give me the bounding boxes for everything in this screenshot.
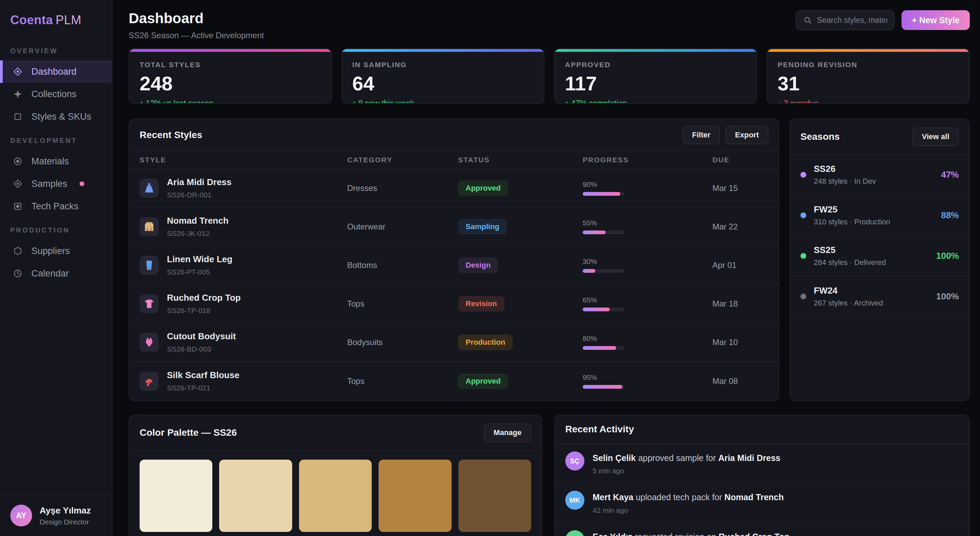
table-row[interactable]: Nomad TrenchSS26-JK-012OuterwearSampling… (129, 208, 779, 246)
style-name: Linen Wide Leg (167, 254, 232, 265)
swatch-color-block (458, 460, 531, 532)
table-row[interactable]: Linen Wide LegSS26-PT-005BottomsDesign30… (129, 246, 779, 285)
brand-secondary: PLM (56, 13, 81, 27)
sidebar-item-collections[interactable]: Collections (0, 83, 112, 105)
recent-styles-header: Recent Styles Filter Export (129, 119, 779, 151)
stat-value: 248 (140, 74, 321, 94)
season-completion: 100% (936, 291, 959, 302)
status-cell: Approved (458, 373, 583, 389)
stat-card: PENDING REVISION31↓ 3 overdue (767, 48, 970, 104)
progress-cell: 30% (583, 257, 713, 273)
manage-button[interactable]: Manage (484, 423, 531, 442)
table-row[interactable]: Cutout BodysuitSS26-BD-003BodysuitsProdu… (129, 323, 779, 362)
activity-text: Selin Çelik approved sample for Aria Mid… (593, 453, 780, 463)
sidebar-item-label: Styles & SKUs (32, 111, 91, 122)
materials-icon (13, 157, 22, 166)
season-list-item[interactable]: FW25310 styles · Production88% (790, 195, 969, 236)
progress-track (583, 230, 624, 234)
color-swatch[interactable]: Camel (299, 460, 372, 536)
sidebar-item-materials[interactable]: Materials (0, 150, 112, 173)
season-info: FW24267 styles · Archived (814, 285, 929, 308)
style-thumbnail (140, 372, 159, 391)
season-meta: 267 styles · Archived (814, 299, 929, 308)
swatch-color-block (379, 460, 451, 532)
sidebar-item-suppliers[interactable]: Suppliers (0, 240, 112, 262)
search-input[interactable] (817, 16, 887, 25)
seasons-panel: Seasons View all SS26248 styles · In Dev… (789, 119, 970, 401)
tech-packs-icon (13, 201, 22, 211)
activity-header: Recent Activity (555, 415, 969, 444)
style-code: SS26-BD-003 (167, 345, 236, 353)
stat-card-body: TOTAL STYLES248↑ 12% vs last season (129, 52, 331, 104)
search-box[interactable] (795, 10, 895, 30)
stat-card-body: IN SAMPLING64↑ 8 new this week (342, 52, 544, 104)
category-cell: Outerwear (347, 222, 458, 232)
progress-fill (583, 385, 622, 389)
sidebar-item-label: Collections (32, 89, 76, 100)
user-profile[interactable]: AY Ayşe Yılmaz Design Director (0, 495, 112, 536)
stat-label: IN SAMPLING (352, 61, 533, 69)
table-header-row: STYLECATEGORYSTATUSPROGRESSDUE (129, 151, 779, 169)
sidebar-item-dashboard[interactable]: Dashboard (0, 60, 112, 83)
color-swatch[interactable]: Sand (219, 460, 292, 536)
sidebar-item-styles-skus[interactable]: Styles & SKUs (0, 105, 112, 128)
color-swatch[interactable]: Espresso (458, 460, 531, 536)
category-cell: Tops (347, 299, 458, 309)
table-row[interactable]: Aria Midi DressSS26-DR-001DressesApprove… (129, 169, 779, 208)
due-cell: Mar 15 (713, 184, 768, 193)
status-badge: Approved (458, 373, 508, 389)
stat-card-accent-bar (555, 49, 756, 52)
activity-avatar: SÇ (565, 452, 584, 471)
season-list-item[interactable]: SS26248 styles · In Dev47% (790, 155, 969, 195)
activity-item: SÇSelin Çelik approved sample for Aria M… (555, 444, 969, 483)
season-list-item[interactable]: SS25284 styles · Delivered100% (790, 236, 969, 276)
category-cell: Tops (347, 376, 458, 386)
sidebar-item-calendar[interactable]: Calendar (0, 262, 112, 285)
season-info: FW25310 styles · Production (814, 204, 934, 227)
color-swatch[interactable]: Tobacco (379, 460, 451, 536)
season-name: SS26 (814, 164, 934, 174)
sidebar-item-label: Suppliers (32, 246, 70, 257)
season-list-item[interactable]: FW24267 styles · Archived100% (790, 276, 969, 317)
page-heading: Dashboard SS26 Season — Active Developme… (129, 10, 264, 40)
swatch-row: IvorySandCamelTobaccoEspresso (129, 451, 541, 536)
seasons-header: Seasons View all (790, 119, 969, 155)
swatch-color-block (299, 460, 372, 532)
sidebar: CoentaPLM OVERVIEWDashboardCollectionsSt… (0, 0, 113, 536)
notification-dot (80, 181, 84, 186)
activity-list: SÇSelin Çelik approved sample for Aria M… (555, 444, 969, 536)
activity-avatar: EY (565, 530, 584, 536)
season-status-dot (800, 172, 806, 178)
nav-section: PRODUCTIONSuppliersCalendar (0, 227, 112, 285)
collections-icon (13, 89, 22, 99)
scarf-icon (143, 375, 155, 387)
style-info: Nomad TrenchSS26-JK-012 (167, 216, 229, 238)
new-style-button[interactable]: + New Style (902, 10, 970, 30)
color-swatch[interactable]: Ivory (140, 460, 212, 536)
progress-percent: 65% (583, 296, 713, 304)
activity-item: MKMert Kaya uploaded tech pack for Nomad… (555, 483, 969, 522)
season-meta: 310 styles · Production (814, 217, 934, 227)
sidebar-item-samples[interactable]: Samples (0, 173, 112, 195)
stat-label: PENDING REVISION (778, 61, 959, 69)
stat-delta: ↑ 12% vs last season (140, 99, 321, 104)
suppliers-icon (13, 246, 22, 256)
column-header: STYLE (140, 156, 347, 164)
activity-body: Mert Kaya uploaded tech pack for Nomad T… (593, 491, 784, 514)
activity-item: EYEce Yıldız requested revision on Ruche… (555, 523, 969, 536)
due-cell: Mar 18 (713, 299, 768, 309)
category-cell: Bodysuits (347, 338, 458, 347)
progress-cell: 55% (583, 219, 713, 234)
table-row[interactable]: Silk Scarf BlouseSS26-TP-021TopsApproved… (129, 362, 779, 400)
activity-body: Selin Çelik approved sample for Aria Mid… (593, 452, 780, 475)
view-all-button[interactable]: View all (912, 127, 959, 146)
sidebar-item-label: Samples (32, 179, 67, 189)
filter-button[interactable]: Filter (682, 126, 720, 144)
main-content: Dashboard SS26 Season — Active Developme… (113, 0, 980, 536)
sidebar-item-tech-packs[interactable]: Tech Packs (0, 195, 112, 217)
status-badge: Production (458, 335, 513, 350)
palette-header: Color Palette — SS26 Manage (129, 415, 541, 451)
table-row[interactable]: Ruched Crop TopSS26-TP-018TopsRevision65… (129, 285, 779, 323)
sidebar-item-label: Dashboard (32, 67, 76, 77)
export-button[interactable]: Export (725, 126, 768, 144)
